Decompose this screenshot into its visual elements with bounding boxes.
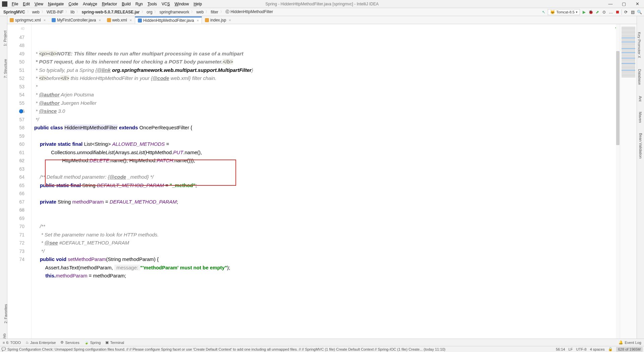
memory-indicator[interactable]: 628 of 1965M: [616, 347, 643, 352]
menu-tools[interactable]: Tools: [145, 2, 159, 6]
tool-project[interactable]: 1: Project: [3, 31, 7, 46]
status-icon[interactable]: 💬: [1, 347, 6, 352]
close-icon[interactable]: ×: [44, 18, 46, 22]
breadcrumb-bar: SpringMVC〉 web〉 WEB-INF〉 lib〉 spring-web…: [0, 8, 644, 16]
nav-hierarchy-icon[interactable]: 🔵↓: [19, 107, 25, 116]
tool-maven[interactable]: Maven: [638, 112, 642, 123]
editor-tabs: springmvc.xml× MyFirstController.java× w…: [0, 16, 644, 24]
tab-hiddenhttpmethodfilter[interactable]: HiddenHttpMethodFilter.java×: [135, 16, 202, 24]
tool-ant[interactable]: Ant: [639, 96, 643, 102]
left-tool-stripe: 1: Project 7: Structure 2: Favorites Web: [0, 16, 7, 339]
crumb[interactable]: web: [31, 10, 41, 14]
vertical-scrollbar[interactable]: [616, 24, 620, 339]
profile-icon[interactable]: ⊙: [601, 9, 607, 15]
tool-favorites[interactable]: 2: Favorites: [4, 304, 8, 323]
coverage-icon[interactable]: ⬈: [595, 9, 600, 15]
tool-services[interactable]: ⚙ Services: [60, 340, 79, 345]
status-bar: 💬 Spring Configuration Check: Unmapped S…: [0, 346, 644, 352]
crumb[interactable]: org: [145, 10, 154, 14]
crumb[interactable]: lib: [69, 10, 76, 14]
crumb-project[interactable]: SpringMVC: [2, 10, 26, 14]
tab-springmvc-xml[interactable]: springmvc.xml×: [7, 16, 49, 24]
crumb[interactable]: springframework: [158, 10, 191, 14]
menu-view[interactable]: View: [32, 2, 46, 6]
tab-index-jsp[interactable]: index.jsp×: [202, 16, 234, 24]
structure-icon[interactable]: ▤: [630, 9, 635, 15]
menu-vcs[interactable]: VCS: [159, 2, 172, 6]
status-message: Spring Configuration Check: Unmapped Spr…: [7, 347, 556, 351]
tab-web-xml[interactable]: web.xml×: [104, 16, 135, 24]
tool-beanvalidation[interactable]: Bean Validation: [639, 133, 643, 159]
update-icon[interactable]: ⟳: [623, 9, 629, 15]
close-icon[interactable]: ×: [197, 18, 199, 23]
code-area[interactable]: * <p><b>NOTE: This filter needs to run a…: [32, 24, 620, 339]
readonly-icon[interactable]: 🔒: [608, 347, 613, 351]
crumb[interactable]: WEB-INF: [45, 10, 65, 14]
maximize-button[interactable]: ▢: [617, 0, 631, 8]
run-icon[interactable]: ▶: [581, 9, 587, 15]
encoding[interactable]: UTF-8: [576, 347, 587, 351]
bottom-tool-bar: ≡ 6: TODO ♨ Java Enterprise ⚙ Services 🍃…: [0, 339, 644, 346]
back-icon[interactable]: ↖: [541, 9, 546, 15]
line-sep[interactable]: LF: [569, 347, 573, 351]
menu-code[interactable]: Code: [66, 2, 80, 6]
menu-window[interactable]: Window: [172, 2, 191, 6]
line-gutter: 40 474849505152535455 56🔵↓ 5758596061 62…: [7, 24, 32, 339]
fold-icon[interactable]: ▭: [20, 157, 23, 165]
tool-terminal[interactable]: ▣ Terminal: [105, 340, 124, 345]
window-title: Spring - HiddenHttpMethodFilter.java [sp…: [265, 2, 378, 6]
tool-todo[interactable]: ≡ 6: TODO: [3, 341, 21, 345]
close-icon[interactable]: ×: [229, 18, 231, 22]
fold-icon[interactable]: ▭: [20, 206, 23, 214]
debug-icon[interactable]: 🐞: [588, 9, 593, 15]
crumb[interactable]: filter: [209, 10, 220, 14]
crumb-jar[interactable]: spring-web-5.0.7.RELEASE.jar: [80, 10, 141, 14]
tab-myfirstcontroller[interactable]: MyFirstController.java×: [49, 16, 104, 24]
menu-analyze[interactable]: Analyze: [80, 2, 100, 6]
tool-database[interactable]: Database: [637, 69, 641, 85]
indent[interactable]: 4 spaces: [590, 347, 605, 351]
tool-java-enterprise[interactable]: ♨ Java Enterprise: [25, 340, 56, 345]
caret-position[interactable]: 56:14: [556, 347, 565, 351]
crumb-class[interactable]: ⓒ HiddenHttpMethodFilter: [224, 9, 274, 15]
minimap[interactable]: [620, 24, 637, 339]
attach-icon[interactable]: …: [608, 9, 613, 15]
tool-keypromoter[interactable]: Key Promoter X: [637, 32, 641, 58]
editor: 40 474849505152535455 56🔵↓ 5758596061 62…: [7, 24, 637, 339]
menu-run[interactable]: Run: [133, 2, 145, 6]
menu-help[interactable]: Help: [191, 2, 204, 6]
menu-file[interactable]: File: [9, 2, 20, 6]
menu-build[interactable]: Build: [119, 2, 133, 6]
close-button[interactable]: ✕: [631, 0, 644, 8]
tomcat-icon: 🐱: [550, 10, 555, 14]
tool-event-log[interactable]: 🔔 Event Log: [619, 340, 641, 345]
stop-icon[interactable]: [615, 9, 620, 15]
menu-navigate[interactable]: Navigate: [46, 2, 66, 6]
menu-edit[interactable]: Edit: [20, 2, 32, 6]
menu-refactor[interactable]: Refactor: [100, 2, 119, 6]
tool-spring[interactable]: 🍃 Spring: [84, 340, 101, 345]
minimize-button[interactable]: —: [604, 0, 617, 8]
highlight-box: [45, 160, 236, 186]
close-icon[interactable]: ×: [99, 18, 101, 22]
run-config-selector[interactable]: 🐱 Tomcat-8.5 ▾: [548, 9, 580, 15]
menu-bar: File Edit View Navigate Code Analyze Ref…: [0, 0, 644, 8]
app-icon: [2, 1, 7, 7]
right-tool-stripe: Key Promoter X Database Ant Maven Bean V…: [637, 16, 644, 339]
search-icon[interactable]: 🔍: [637, 9, 642, 15]
close-icon[interactable]: ×: [130, 18, 132, 22]
crumb[interactable]: web: [195, 10, 205, 14]
tool-structure[interactable]: 7: Structure: [3, 59, 7, 78]
